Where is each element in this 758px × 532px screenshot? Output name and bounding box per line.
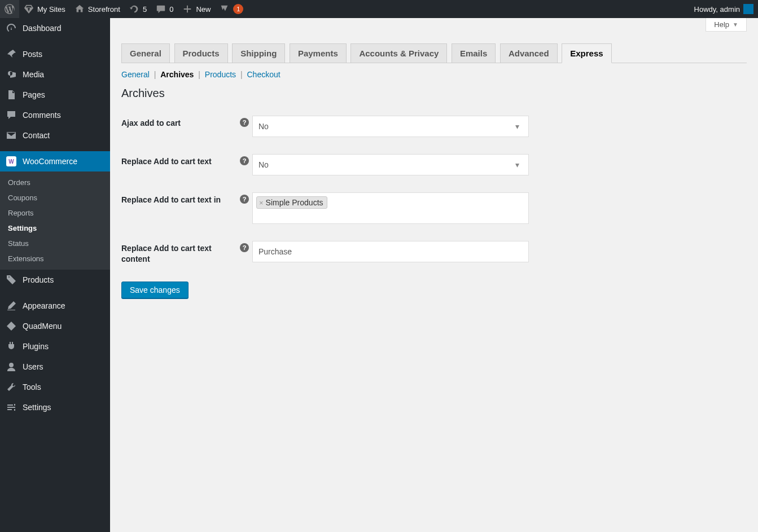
avatar-icon (743, 4, 753, 14)
tab-general[interactable]: General (121, 43, 170, 63)
subtab-general[interactable]: General (121, 70, 150, 79)
replace-text-select[interactable]: No ▾ (252, 154, 529, 175)
sidebar-item-posts[interactable]: Posts (0, 44, 110, 64)
yoast-link[interactable]: 1 (215, 0, 248, 18)
submenu-coupons[interactable]: Coupons (0, 190, 110, 205)
quadmenu-icon (6, 320, 17, 321)
sidebar-item-label: Contact (23, 131, 50, 140)
pin-icon (6, 49, 17, 60)
comment-icon (156, 4, 166, 14)
howdy-label: Howdy, admin (694, 5, 740, 14)
sidebar-item-dashboard[interactable]: Dashboard (0, 18, 110, 38)
new-label: New (196, 5, 211, 14)
mail-icon (6, 130, 17, 141)
my-sites-label: My Sites (37, 5, 65, 14)
replace-text-in-multiselect[interactable]: × Simple Products (252, 192, 529, 224)
subtab-checkout[interactable]: Checkout (247, 70, 280, 79)
sidebar-item-label: Media (23, 70, 44, 79)
site-name-label: Storefront (88, 5, 120, 14)
section-subnav: General | Archives | Products | Checkout (121, 70, 747, 79)
updates-link[interactable]: 5 (125, 0, 151, 18)
sidebar-item-products[interactable]: Products (0, 270, 110, 290)
tab-products[interactable]: Products (174, 43, 228, 63)
tab-shipping[interactable]: Shipping (232, 43, 285, 63)
comments-count: 0 (169, 5, 173, 14)
tab-advanced[interactable]: Advanced (500, 43, 558, 63)
new-content-link[interactable]: New (178, 0, 215, 18)
sidebar-item-media[interactable]: Media (0, 64, 110, 85)
sidebar-item-contact[interactable]: Contact (0, 125, 110, 146)
my-sites-link[interactable]: My Sites (19, 0, 70, 18)
pages-icon (6, 89, 17, 100)
comments-link[interactable]: 0 (151, 0, 178, 18)
updates-count: 5 (143, 5, 147, 14)
sidebar-item-woocommerce[interactable]: W WooCommerce (0, 151, 110, 172)
sidebar-item-label: Posts (23, 50, 42, 59)
home-icon (75, 4, 85, 14)
yoast-badge: 1 (233, 4, 243, 14)
select-value: No (258, 122, 269, 131)
chevron-down-icon: ▾ (509, 155, 525, 175)
woo-icon: W (6, 156, 17, 167)
account-link[interactable]: Howdy, admin (690, 0, 758, 18)
subtab-archives[interactable]: Archives (160, 70, 194, 79)
site-name-link[interactable]: Storefront (70, 0, 125, 18)
submenu-reports[interactable]: Reports (0, 205, 110, 221)
tab-express[interactable]: Express (562, 43, 611, 63)
admin-sidebar: Dashboard Posts Media Pages Comments Con… (0, 18, 110, 321)
help-icon[interactable]: ? (240, 243, 249, 252)
sidebar-item-pages[interactable]: Pages (0, 85, 110, 105)
wp-logo[interactable] (0, 0, 19, 18)
selected-tag: × Simple Products (256, 196, 327, 209)
sidebar-item-quadmenu[interactable]: QuadMenu (0, 316, 110, 321)
wordpress-icon (5, 4, 15, 14)
yoast-icon (220, 4, 230, 14)
submenu-settings[interactable]: Settings (0, 221, 110, 236)
sidebar-item-comments[interactable]: Comments (0, 105, 110, 125)
subtab-products[interactable]: Products (205, 70, 236, 79)
field-label: Replace Add to cart text in (121, 192, 240, 205)
submenu-orders[interactable]: Orders (0, 175, 110, 190)
submenu-extensions[interactable]: Extensions (0, 251, 110, 266)
replace-text-content-input[interactable] (252, 241, 529, 262)
ajax-add-to-cart-select[interactable]: No ▾ (252, 116, 529, 137)
help-icon[interactable]: ? (240, 195, 249, 204)
row-replace-text: Replace Add to cart text ? No ▾ (121, 154, 747, 175)
tab-emails[interactable]: Emails (452, 43, 496, 63)
appearance-icon (6, 300, 17, 311)
product-icon (6, 274, 17, 285)
remove-tag-icon[interactable]: × (259, 199, 264, 207)
sidebar-item-label: Comments (23, 111, 61, 120)
update-icon (129, 4, 139, 14)
select-value: No (258, 160, 269, 169)
sidebar-item-label: Pages (23, 90, 45, 99)
chevron-down-icon: ▾ (509, 116, 525, 137)
tab-payments[interactable]: Payments (290, 43, 347, 63)
comments-icon (6, 109, 17, 121)
submenu-status[interactable]: Status (0, 236, 110, 251)
row-replace-text-content: Replace Add to cart text content ? (121, 241, 747, 265)
media-icon (6, 69, 17, 80)
save-changes-button[interactable]: Save changes (121, 282, 189, 298)
field-label: Replace Add to cart text (121, 154, 240, 167)
field-label: Ajax add to cart (121, 116, 240, 129)
help-toggle[interactable]: Help ▼ (706, 18, 747, 32)
woocommerce-submenu: Orders Coupons Reports Settings Status E… (0, 172, 110, 270)
sidebar-item-label: Dashboard (23, 24, 62, 33)
help-label: Help (714, 20, 729, 29)
admin-bar: My Sites Storefront 5 0 New 1 Howdy, adm… (0, 0, 758, 18)
sidebar-item-appearance[interactable]: Appearance (0, 296, 110, 316)
sidebar-item-label: Products (23, 275, 54, 284)
sidebar-item-label: Appearance (23, 301, 65, 310)
sidebar-item-label: WooCommerce (23, 157, 77, 166)
dashboard-icon (6, 23, 17, 34)
help-icon[interactable]: ? (240, 118, 249, 127)
field-label: Replace Add to cart text content (121, 241, 240, 265)
tab-accounts-privacy[interactable]: Accounts & Privacy (350, 43, 447, 63)
settings-form: Ajax add to cart ? No ▾ Replace Add to c… (121, 116, 747, 265)
chevron-down-icon: ▼ (733, 21, 738, 28)
settings-tabs: General Products Shipping Payments Accou… (121, 24, 747, 63)
sites-icon (24, 4, 34, 14)
help-icon[interactable]: ? (240, 156, 249, 165)
row-replace-text-in: Replace Add to cart text in ? × Simple P… (121, 192, 747, 224)
